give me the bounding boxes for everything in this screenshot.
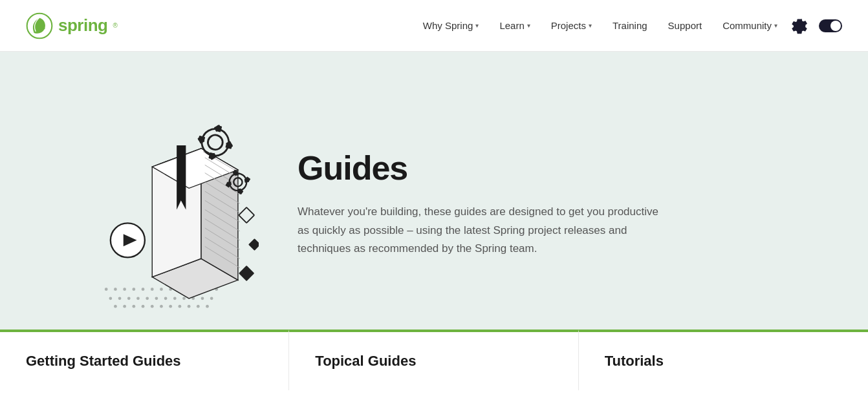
chevron-down-icon: ▾ (589, 22, 592, 29)
page-title: Guides (298, 149, 660, 187)
settings-icon[interactable] (790, 17, 808, 35)
svg-point-4 (123, 288, 126, 291)
svg-point-18 (136, 297, 140, 300)
nav-item-support[interactable]: Support (660, 15, 710, 36)
spring-logo[interactable]: spring® (26, 12, 118, 39)
dark-mode-toggle[interactable] (819, 19, 842, 32)
tutorials-card[interactable]: Tutorials (579, 330, 868, 390)
hero-description: Whatever you're building, these guides a… (298, 203, 660, 259)
svg-point-21 (164, 297, 168, 300)
tutorials-title: Tutorials (605, 353, 842, 370)
nav-item-projects[interactable]: Projects ▾ (543, 15, 600, 36)
svg-marker-54 (177, 145, 186, 209)
chevron-down-icon: ▾ (475, 22, 479, 29)
svg-point-7 (151, 288, 154, 291)
svg-point-26 (210, 297, 213, 300)
cards-section: Getting Started Guides Topical Guides Tu… (0, 330, 868, 390)
svg-point-33 (169, 305, 172, 308)
nav-item-learn[interactable]: Learn ▾ (492, 15, 537, 36)
svg-rect-78 (248, 238, 259, 251)
svg-point-56 (206, 133, 224, 151)
svg-point-37 (206, 305, 209, 308)
svg-point-28 (123, 305, 126, 308)
svg-point-34 (179, 305, 182, 308)
svg-point-23 (182, 297, 186, 300)
main-navigation: spring® Why Spring ▾ Learn ▾ Projects ▾ … (0, 0, 868, 52)
svg-point-8 (160, 288, 163, 291)
svg-point-5 (132, 288, 135, 291)
svg-point-32 (160, 305, 163, 308)
topical-guides-card[interactable]: Topical Guides (289, 330, 578, 390)
spring-leaf-icon (26, 12, 53, 39)
getting-started-card[interactable]: Getting Started Guides (0, 330, 289, 390)
svg-point-16 (118, 297, 122, 300)
svg-point-20 (155, 297, 158, 300)
chevron-down-icon: ▾ (774, 22, 777, 29)
svg-point-19 (146, 297, 149, 300)
svg-point-3 (114, 288, 117, 291)
svg-point-30 (142, 305, 145, 308)
svg-point-35 (188, 305, 191, 308)
nav-item-training[interactable]: Training (605, 15, 655, 36)
svg-point-36 (197, 305, 200, 308)
svg-point-6 (142, 288, 145, 291)
svg-point-27 (114, 305, 117, 308)
svg-point-25 (201, 297, 204, 300)
svg-point-29 (132, 305, 135, 308)
svg-point-17 (127, 297, 131, 300)
guides-illustration (52, 87, 259, 320)
svg-rect-77 (239, 207, 254, 223)
hero-illustration (52, 87, 259, 320)
spring-trademark: ® (113, 22, 117, 29)
svg-point-31 (151, 305, 154, 308)
svg-rect-79 (239, 266, 254, 281)
chevron-down-icon: ▾ (527, 22, 530, 29)
spring-wordmark: spring (58, 16, 107, 36)
topical-guides-title: Topical Guides (315, 353, 552, 370)
nav-item-community[interactable]: Community ▾ (715, 15, 785, 36)
svg-point-15 (109, 297, 112, 300)
hero-text: Guides Whatever you're building, these g… (298, 149, 660, 259)
getting-started-title: Getting Started Guides (26, 353, 263, 370)
hero-section: Guides Whatever you're building, these g… (0, 52, 868, 330)
nav-item-why-spring[interactable]: Why Spring ▾ (415, 15, 487, 36)
nav-links: Why Spring ▾ Learn ▾ Projects ▾ Training… (415, 15, 785, 36)
svg-point-2 (105, 288, 108, 291)
svg-point-22 (173, 297, 177, 300)
